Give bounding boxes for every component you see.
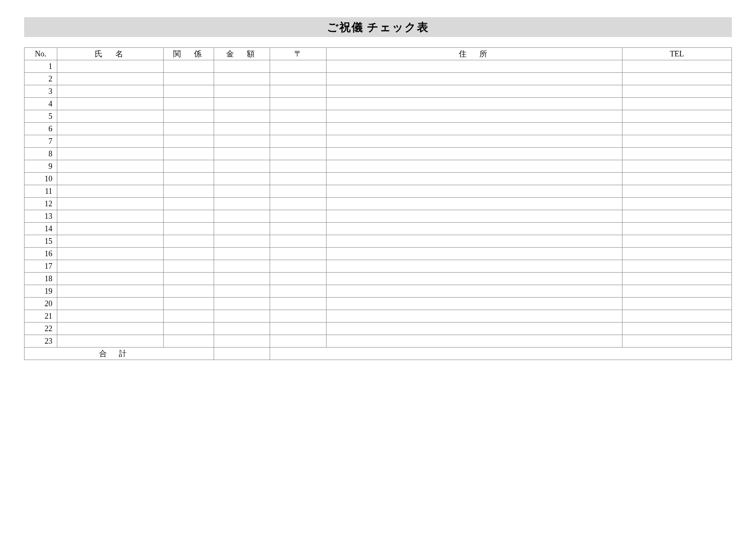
cell-name xyxy=(57,160,163,173)
cell-tel xyxy=(622,85,731,98)
cell-amount xyxy=(214,273,270,285)
row-number: 21 xyxy=(25,310,57,323)
row-number: 17 xyxy=(25,260,57,273)
cell-amount xyxy=(214,123,270,135)
cell-tel xyxy=(622,310,731,323)
cell-name xyxy=(57,60,163,73)
cell-name xyxy=(57,273,163,285)
row-number: 6 xyxy=(25,123,57,135)
row-number: 16 xyxy=(25,248,57,260)
cell-address xyxy=(326,160,622,173)
cell-tel xyxy=(622,98,731,110)
cell-amount xyxy=(214,235,270,248)
cell-amount xyxy=(214,148,270,160)
cell-address xyxy=(326,273,622,285)
table-row: 23 xyxy=(25,335,732,348)
cell-address xyxy=(326,98,622,110)
total-label: 合計 xyxy=(25,348,214,360)
table-row: 7 xyxy=(25,135,732,148)
cell-tel xyxy=(622,298,731,310)
cell-address xyxy=(326,285,622,298)
table-row: 17 xyxy=(25,260,732,273)
cell-name xyxy=(57,173,163,185)
cell-relation xyxy=(163,198,214,210)
cell-tel xyxy=(622,323,731,335)
cell-name xyxy=(57,185,163,198)
row-number: 12 xyxy=(25,198,57,210)
cell-address xyxy=(326,235,622,248)
table-row: 4 xyxy=(25,98,732,110)
cell-name xyxy=(57,335,163,348)
cell-relation xyxy=(163,223,214,235)
table-row: 11 xyxy=(25,185,732,198)
cell-amount xyxy=(214,135,270,148)
cell-postal xyxy=(270,110,327,123)
cell-name xyxy=(57,85,163,98)
cell-tel xyxy=(622,285,731,298)
cell-name xyxy=(57,148,163,160)
cell-address xyxy=(326,210,622,223)
col-header-amount: 金 額 xyxy=(214,48,270,60)
cell-postal xyxy=(270,285,327,298)
cell-address xyxy=(326,310,622,323)
cell-postal xyxy=(270,323,327,335)
cell-postal xyxy=(270,123,327,135)
cell-address xyxy=(326,298,622,310)
table-row: 9 xyxy=(25,160,732,173)
cell-postal xyxy=(270,60,327,73)
cell-relation xyxy=(163,235,214,248)
cell-amount xyxy=(214,298,270,310)
cell-relation xyxy=(163,73,214,85)
col-header-no: No. xyxy=(25,48,57,60)
cell-address xyxy=(326,198,622,210)
cell-amount xyxy=(214,198,270,210)
cell-tel xyxy=(622,210,731,223)
cell-tel xyxy=(622,135,731,148)
cell-name xyxy=(57,298,163,310)
cell-postal xyxy=(270,223,327,235)
row-number: 1 xyxy=(25,60,57,73)
cell-amount xyxy=(214,310,270,323)
cell-relation xyxy=(163,335,214,348)
cell-name xyxy=(57,210,163,223)
cell-address xyxy=(326,148,622,160)
cell-tel xyxy=(622,235,731,248)
col-header-name: 氏 名 xyxy=(57,48,163,60)
cell-tel xyxy=(622,160,731,173)
cell-relation xyxy=(163,248,214,260)
cell-name xyxy=(57,310,163,323)
cell-postal xyxy=(270,148,327,160)
cell-postal xyxy=(270,235,327,248)
cell-relation xyxy=(163,185,214,198)
cell-relation xyxy=(163,173,214,185)
total-amount xyxy=(214,348,270,360)
cell-relation xyxy=(163,323,214,335)
table-row: 13 xyxy=(25,210,732,223)
col-header-address: 住 所 xyxy=(326,48,622,60)
cell-amount xyxy=(214,60,270,73)
table-row: 18 xyxy=(25,273,732,285)
row-number: 3 xyxy=(25,85,57,98)
cell-relation xyxy=(163,148,214,160)
cell-name xyxy=(57,123,163,135)
cell-name xyxy=(57,73,163,85)
table-row: 19 xyxy=(25,285,732,298)
cell-postal xyxy=(270,198,327,210)
cell-postal xyxy=(270,98,327,110)
cell-address xyxy=(326,248,622,260)
cell-postal xyxy=(270,135,327,148)
cell-address xyxy=(326,173,622,185)
cell-amount xyxy=(214,223,270,235)
table-row: 8 xyxy=(25,148,732,160)
cell-address xyxy=(326,110,622,123)
table-row: 2 xyxy=(25,73,732,85)
cell-name xyxy=(57,110,163,123)
cell-postal xyxy=(270,260,327,273)
cell-relation xyxy=(163,210,214,223)
cell-tel xyxy=(622,335,731,348)
row-number: 9 xyxy=(25,160,57,173)
cell-amount xyxy=(214,110,270,123)
cell-tel xyxy=(622,198,731,210)
cell-name xyxy=(57,285,163,298)
cell-tel xyxy=(622,223,731,235)
